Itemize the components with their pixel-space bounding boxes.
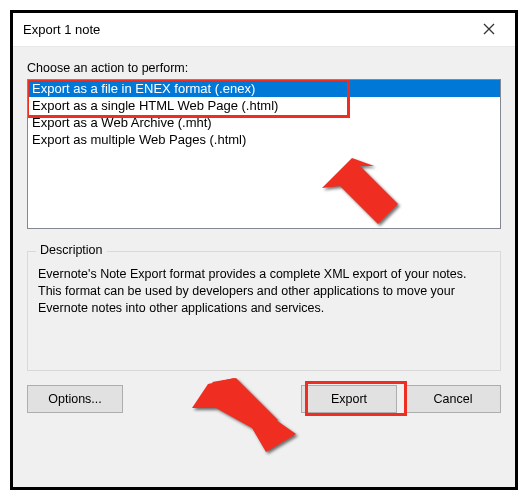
dialog-body: Choose an action to perform: Export as a… <box>13 47 515 487</box>
close-icon <box>483 21 495 38</box>
window-title: Export 1 note <box>23 22 100 37</box>
cancel-button[interactable]: Cancel <box>405 385 501 413</box>
titlebar: Export 1 note <box>13 13 515 47</box>
action-item-single-html[interactable]: Export as a single HTML Web Page (.html) <box>28 97 500 114</box>
close-button[interactable] <box>469 16 509 44</box>
button-row: Options... Export Cancel <box>27 371 501 413</box>
choose-action-label: Choose an action to perform: <box>27 61 501 75</box>
action-listbox[interactable]: Export as a file in ENEX format (.enex) … <box>27 79 501 229</box>
description-group: Description Evernote's Note Export forma… <box>27 251 501 371</box>
action-item-web-archive[interactable]: Export as a Web Archive (.mht) <box>28 114 500 131</box>
dialog-window: Export 1 note Choose an action to perfor… <box>10 10 518 490</box>
export-button[interactable]: Export <box>301 385 397 413</box>
options-button[interactable]: Options... <box>27 385 123 413</box>
description-legend: Description <box>36 243 107 257</box>
description-text: Evernote's Note Export format provides a… <box>38 266 490 317</box>
action-item-multiple-html[interactable]: Export as multiple Web Pages (.html) <box>28 131 500 148</box>
action-item-enex[interactable]: Export as a file in ENEX format (.enex) <box>28 80 500 97</box>
